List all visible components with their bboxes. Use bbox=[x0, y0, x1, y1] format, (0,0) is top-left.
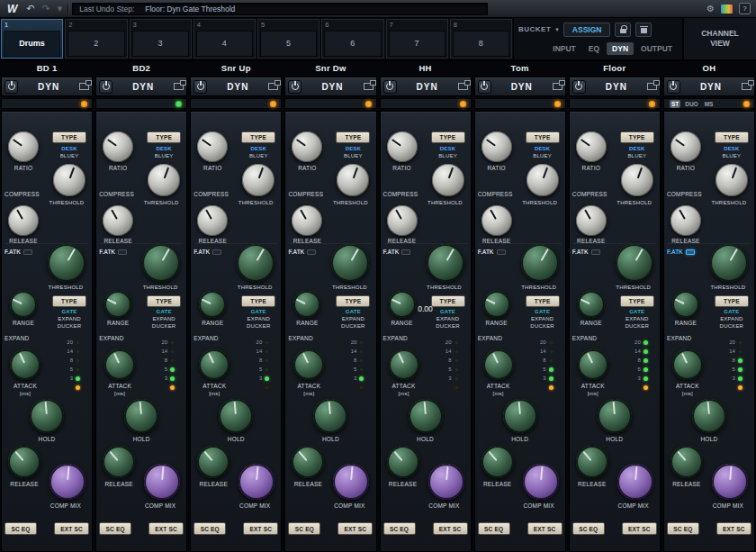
ratio-knob[interactable] bbox=[8, 131, 39, 162]
redo-button[interactable]: ↷ bbox=[40, 4, 52, 14]
undock-window-icon[interactable] bbox=[174, 83, 184, 90]
section-tab-input[interactable]: INPUT bbox=[547, 42, 581, 55]
stereo-mode-ms[interactable]: MS bbox=[703, 100, 716, 108]
hold-knob[interactable] bbox=[313, 399, 347, 433]
gate-release-knob[interactable] bbox=[197, 446, 230, 478]
gate-release-knob[interactable] bbox=[670, 446, 703, 478]
gate-threshold-knob[interactable] bbox=[142, 244, 180, 282]
gate-threshold-knob[interactable] bbox=[331, 244, 369, 282]
bucket-tab-4[interactable]: 4 4 bbox=[194, 19, 256, 59]
hold-knob[interactable] bbox=[409, 399, 443, 433]
range-knob[interactable] bbox=[672, 291, 699, 318]
attack-knob[interactable] bbox=[578, 349, 608, 380]
gate-release-knob[interactable] bbox=[576, 446, 608, 478]
comp-type-button[interactable]: TYPE bbox=[620, 131, 654, 143]
waves-toolbar-icon[interactable] bbox=[721, 5, 733, 14]
ratio-knob[interactable] bbox=[197, 131, 228, 162]
comp-mix-knob[interactable] bbox=[50, 464, 86, 500]
range-knob[interactable] bbox=[389, 291, 416, 318]
comp-mix-knob[interactable] bbox=[238, 464, 274, 500]
gate-type-button[interactable]: TYPE bbox=[241, 295, 275, 307]
gate-type-button[interactable]: TYPE bbox=[620, 295, 654, 307]
hold-knob[interactable] bbox=[30, 399, 64, 433]
section-tab-eq[interactable]: EQ bbox=[583, 42, 605, 55]
gate-type-button[interactable]: TYPE bbox=[715, 295, 749, 307]
fast-attack-toggle[interactable]: F.ATK bbox=[194, 249, 221, 255]
hold-knob[interactable] bbox=[503, 399, 537, 433]
fast-attack-toggle[interactable]: F.ATK bbox=[667, 249, 695, 255]
stereo-mode-st[interactable]: ST bbox=[670, 100, 680, 108]
dyn-power-button[interactable] bbox=[667, 80, 680, 94]
fast-attack-toggle[interactable]: F.ATK bbox=[478, 249, 506, 255]
bucket-tab-1[interactable]: 1 Drums bbox=[1, 19, 63, 59]
fast-attack-toggle[interactable]: F.ATK bbox=[572, 249, 600, 255]
attack-knob[interactable] bbox=[293, 349, 324, 380]
attack-knob[interactable] bbox=[10, 349, 40, 380]
gate-threshold-knob[interactable] bbox=[521, 244, 559, 282]
attack-knob[interactable] bbox=[104, 349, 135, 380]
ratio-knob[interactable] bbox=[387, 131, 418, 162]
dyn-power-button[interactable] bbox=[288, 80, 302, 94]
gate-threshold-knob[interactable] bbox=[616, 244, 653, 282]
ratio-knob[interactable] bbox=[670, 131, 701, 162]
gate-type-button[interactable]: TYPE bbox=[431, 295, 465, 307]
section-tab-output[interactable]: OUTPUT bbox=[635, 42, 678, 55]
undo-button[interactable]: ↶ bbox=[24, 4, 36, 14]
dyn-power-button[interactable] bbox=[383, 80, 397, 94]
range-knob[interactable] bbox=[199, 291, 226, 318]
sc-eq-button[interactable]: SC EQ bbox=[4, 522, 37, 535]
ext-sc-button[interactable]: EXT SC bbox=[527, 522, 562, 535]
gate-type-button[interactable]: TYPE bbox=[147, 295, 181, 307]
gate-release-knob[interactable] bbox=[292, 446, 324, 478]
ratio-knob[interactable] bbox=[292, 131, 322, 162]
bucket-tab-3[interactable]: 3 3 bbox=[130, 19, 192, 59]
comp-threshold-knob[interactable] bbox=[716, 164, 748, 196]
sc-eq-button[interactable]: SC EQ bbox=[383, 522, 416, 535]
dyn-power-button[interactable] bbox=[99, 80, 112, 94]
dyn-power-button[interactable] bbox=[4, 80, 18, 94]
bucket-tab-6[interactable]: 6 6 bbox=[321, 19, 383, 59]
comp-release-knob[interactable] bbox=[576, 205, 607, 236]
undock-window-icon[interactable] bbox=[268, 83, 278, 90]
bucket-tab-2[interactable]: 2 2 bbox=[65, 19, 127, 59]
comp-release-knob[interactable] bbox=[387, 205, 418, 236]
dyn-power-button[interactable] bbox=[572, 80, 586, 94]
undock-window-icon[interactable] bbox=[458, 83, 468, 90]
range-knob[interactable] bbox=[10, 291, 37, 318]
gate-threshold-knob[interactable] bbox=[48, 244, 86, 282]
hold-knob[interactable] bbox=[692, 399, 726, 433]
settings-gear-icon[interactable]: ⚙ bbox=[706, 5, 715, 14]
dyn-power-button[interactable] bbox=[478, 80, 491, 94]
bucket-tab-8[interactable]: 8 8 bbox=[450, 19, 512, 59]
last-undo-step-field[interactable]: Last Undo Step: Floor: Dyn Gate Threshol… bbox=[72, 3, 488, 15]
bucket-tab-5[interactable]: 5 5 bbox=[257, 19, 320, 59]
gate-threshold-knob[interactable] bbox=[427, 244, 464, 282]
sc-eq-button[interactable]: SC EQ bbox=[478, 522, 510, 535]
gate-release-knob[interactable] bbox=[103, 446, 135, 478]
comp-threshold-knob[interactable] bbox=[432, 164, 464, 196]
comp-type-button[interactable]: TYPE bbox=[336, 131, 370, 143]
comp-type-button[interactable]: TYPE bbox=[431, 131, 465, 143]
help-button[interactable]: ? bbox=[739, 3, 751, 14]
range-knob[interactable] bbox=[578, 291, 605, 318]
range-knob[interactable] bbox=[104, 291, 131, 318]
comp-release-knob[interactable] bbox=[8, 205, 39, 236]
comp-release-knob[interactable] bbox=[292, 205, 322, 236]
ext-sc-button[interactable]: EXT SC bbox=[338, 522, 373, 535]
undock-window-icon[interactable] bbox=[742, 83, 752, 90]
comp-type-button[interactable]: TYPE bbox=[52, 131, 86, 143]
undock-window-icon[interactable] bbox=[553, 83, 562, 90]
attack-knob[interactable] bbox=[483, 349, 514, 380]
gate-release-knob[interactable] bbox=[482, 446, 514, 478]
ext-sc-button[interactable]: EXT SC bbox=[148, 522, 184, 535]
gate-threshold-knob[interactable] bbox=[237, 244, 274, 282]
attack-knob[interactable] bbox=[389, 349, 419, 380]
fast-attack-toggle[interactable]: F.ATK bbox=[288, 249, 316, 255]
bucket-menu[interactable]: BUCKET bbox=[518, 25, 551, 33]
sc-eq-button[interactable]: SC EQ bbox=[572, 522, 605, 535]
attack-knob[interactable] bbox=[199, 349, 230, 380]
comp-threshold-knob[interactable] bbox=[621, 164, 653, 196]
channel-view-button[interactable]: CHANNEL VIEW bbox=[682, 18, 756, 59]
comp-type-button[interactable]: TYPE bbox=[241, 131, 275, 143]
gate-release-knob[interactable] bbox=[387, 446, 419, 478]
